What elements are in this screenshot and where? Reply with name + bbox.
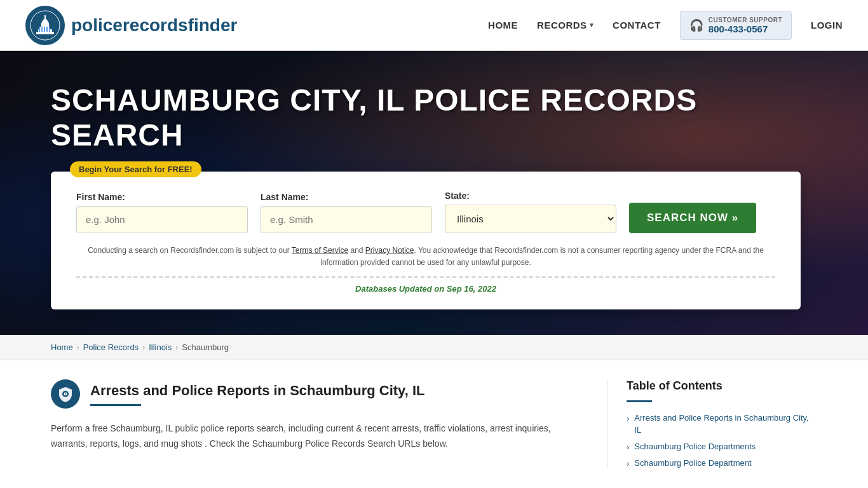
logo-text: policerecordsfinder [71,15,237,36]
last-name-label: Last Name: [261,192,432,202]
svg-rect-4 [44,15,46,19]
svg-rect-7 [44,27,45,32]
svg-rect-1 [36,32,54,34]
search-box: Begin Your Search for FREE! First Name: … [51,172,801,309]
last-name-input[interactable] [261,206,432,233]
first-name-input[interactable] [76,206,248,233]
site-header: policerecordsfinder HOME RECORDS ▾ CONTA… [0,0,868,51]
first-name-field-group: First Name: [76,192,248,233]
article-header: Arrests and Police Reports in Schaumburg… [51,379,588,409]
breadcrumb-current: Schaumburg [182,342,229,352]
badge-icon [51,379,80,409]
search-fields: First Name: Last Name: State: AlabamaAla… [76,191,775,233]
free-badge: Begin Your Search for FREE! [70,161,201,177]
svg-rect-9 [49,27,50,32]
nav-records[interactable]: RECORDS ▾ [537,20,593,30]
nav-contact[interactable]: CONTACT [613,20,661,30]
customer-support-button[interactable]: 🎧 CUSTOMER SUPPORT 800-433-0567 [680,11,792,40]
article-title: Arrests and Police Reports in Schaumburg… [90,383,424,399]
logo-icon [25,6,65,45]
breadcrumb-sep-1: › [77,343,79,352]
chevron-down-icon: ▾ [590,21,594,29]
toc-link[interactable]: Schaumburg Police Departments [634,441,756,452]
toc-chevron-icon: › [627,459,629,468]
main-content: Arrests and Police Reports in Schaumburg… [0,360,868,488]
toc-list: ›Arrests and Police Reports in Schaumbur… [627,412,817,469]
hero-title: SCHAUMBURG CITY, IL POLICE RECORDS SEARC… [51,83,817,152]
breadcrumb-police-records[interactable]: Police Records [83,342,139,352]
svg-rect-6 [41,27,43,32]
first-name-label: First Name: [76,192,248,202]
toc-link[interactable]: Schaumburg Police Department [634,458,751,469]
db-updated: Databases Updated on Sep 16, 2022 [76,284,775,294]
title-underline [90,404,141,406]
state-label: State: [445,191,616,201]
breadcrumb-sep-3: › [175,343,178,352]
toc-chevron-icon: › [627,442,629,452]
last-name-field-group: Last Name: [261,192,432,233]
privacy-link[interactable]: Privacy Notice [365,246,414,255]
breadcrumb-home[interactable]: Home [51,342,73,352]
terms-link[interactable]: Terms of Service [292,246,348,255]
toc-item: ›Schaumburg Police Department [627,458,817,469]
svg-point-12 [65,393,66,395]
svg-rect-5 [39,27,40,32]
login-button[interactable]: LOGIN [811,20,843,30]
state-field-group: State: AlabamaAlaskaArizonaArkansasCalif… [445,191,616,233]
logo-area: policerecordsfinder [25,6,237,45]
content-left: Arrests and Police Reports in Schaumburg… [51,379,607,469]
breadcrumb-illinois[interactable]: Illinois [149,342,172,352]
main-nav: HOME RECORDS ▾ CONTACT 🎧 CUSTOMER SUPPOR… [488,11,843,40]
toc-title: Table of Contents [627,379,817,393]
toc-divider [627,400,652,402]
content-right: Table of Contents ›Arrests and Police Re… [607,379,817,469]
breadcrumb: Home › Police Records › Illinois › Schau… [0,335,868,360]
headset-icon: 🎧 [689,18,703,32]
breadcrumb-sep-2: › [142,343,145,352]
disclaimer-text: Conducting a search on Recordsfinder.com… [76,245,775,269]
article-body: Perform a free Schaumburg, IL public pol… [51,421,588,452]
nav-home[interactable]: HOME [488,20,518,30]
state-select[interactable]: AlabamaAlaskaArizonaArkansasCaliforniaCo… [445,205,616,233]
toc-chevron-icon: › [627,414,629,423]
toc-link[interactable]: Arrests and Police Reports in Schaumburg… [634,412,817,435]
divider [76,276,775,278]
hero-section: SCHAUMBURG CITY, IL POLICE RECORDS SEARC… [0,51,868,335]
svg-rect-8 [46,27,48,32]
toc-item: ›Arrests and Police Reports in Schaumbur… [627,412,817,435]
search-now-button[interactable]: SEARCH NOW » [629,203,756,233]
toc-item: ›Schaumburg Police Departments [627,441,817,452]
